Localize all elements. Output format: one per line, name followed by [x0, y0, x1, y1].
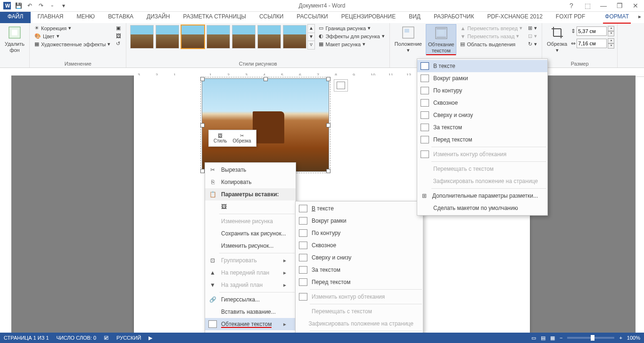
width-input[interactable] — [577, 39, 607, 48]
tab-view[interactable]: ВИД — [402, 10, 427, 23]
tab-menu[interactable]: Меню — [70, 10, 101, 23]
sub-square[interactable]: Вокруг рамки — [296, 215, 423, 227]
style-5[interactable] — [232, 25, 256, 49]
style-2[interactable] — [156, 25, 179, 49]
status-language[interactable]: РУССКИЙ — [116, 335, 141, 341]
tab-expand-icon[interactable]: ▸ — [636, 10, 644, 23]
help-icon[interactable]: ? — [565, 1, 578, 10]
wrap-text-button[interactable]: Обтекание текстом — [426, 24, 456, 55]
sub-inline[interactable]: В тексте — [296, 202, 423, 215]
status-page[interactable]: СТРАНИЦА 1 ИЗ 1 — [4, 335, 49, 341]
close-icon[interactable]: ✕ — [629, 1, 642, 10]
tab-review[interactable]: РЕЦЕНЗИРОВАНИЕ — [335, 10, 402, 23]
height-down[interactable]: ▾ — [608, 31, 614, 36]
word-icon[interactable]: W — [2, 0, 12, 11]
sub-tight[interactable]: По контуру — [296, 227, 423, 239]
change-picture-button[interactable]: 🖼 — [114, 32, 123, 40]
dd-topbottom[interactable]: Сверху и снизу — [417, 109, 547, 121]
mini-crop-button[interactable]: ✂Обрезка — [230, 132, 254, 144]
artistic-effects-button[interactable]: ▦Художественные эффекты ▾ — [33, 40, 112, 48]
tab-insert[interactable]: ВСТАВКА — [101, 10, 140, 23]
layout-options-button[interactable] — [334, 79, 348, 92]
minimize-icon[interactable]: — — [597, 1, 610, 10]
zoom-out-icon[interactable]: − — [560, 335, 562, 341]
color-button[interactable]: 🎨Цвет ▾ — [33, 32, 112, 40]
cm-hyperlink[interactable]: 🔗Гиперссылка... — [205, 293, 296, 306]
undo-icon[interactable]: ↶ — [25, 0, 35, 11]
view-read-icon[interactable]: ▭ — [531, 335, 536, 341]
gallery-down-icon[interactable]: ▾ — [308, 33, 314, 41]
style-gallery[interactable]: ▴ ▾ ▿ — [129, 24, 315, 50]
reset-picture-button[interactable]: ↺ — [114, 40, 123, 48]
align-button[interactable]: ⊞▾ — [526, 24, 539, 32]
sub-behind[interactable]: За текстом — [296, 264, 423, 276]
tab-home[interactable]: ГЛАВНАЯ — [31, 10, 70, 23]
zoom-in-icon[interactable]: + — [619, 335, 622, 341]
mini-style-button[interactable]: 🖼Стиль — [211, 132, 230, 144]
remove-background-button[interactable]: Удалить фон — [3, 24, 26, 54]
picture-effects-button[interactable]: ◐Эффекты для рисунка ▾ — [317, 32, 386, 40]
new-doc-icon[interactable]: ▫ — [47, 0, 58, 11]
save-icon[interactable]: 💾 — [13, 0, 24, 11]
dd-through[interactable]: Сквозное — [417, 97, 547, 109]
status-words[interactable]: ЧИСЛО СЛОВ: 0 — [57, 335, 97, 341]
selection-pane-button[interactable]: ▤Область выделения — [458, 40, 524, 48]
cm-edit-picture[interactable]: Изменить рисунок... — [205, 240, 296, 252]
position-button[interactable]: Положение▾ — [393, 24, 424, 54]
redo-icon[interactable]: ↷ — [36, 0, 46, 11]
sub-topbottom[interactable]: Сверху и снизу — [296, 251, 423, 264]
dd-square[interactable]: Вокруг рамки — [417, 72, 547, 84]
style-1[interactable] — [130, 25, 154, 49]
corrections-button[interactable]: ☀Коррекция ▾ — [33, 24, 112, 32]
tab-layout[interactable]: РАЗМЕТКА СТРАНИЦЫ — [176, 10, 253, 23]
width-up[interactable]: ▴ — [608, 38, 614, 43]
restore-icon[interactable]: ❐ — [613, 1, 626, 10]
status-proofing-icon[interactable]: 🗹 — [104, 335, 109, 341]
cm-cut[interactable]: ✂Вырезать — [205, 164, 296, 176]
tab-pdfx[interactable]: PDF-XChange 2012 — [480, 10, 549, 23]
tab-design[interactable]: ДИЗАЙН — [140, 10, 176, 23]
qat-more-icon[interactable]: ▾ — [58, 0, 69, 11]
bring-forward-button[interactable]: ▲Переместить вперед ▾ — [458, 24, 524, 32]
cm-caption[interactable]: Вставить название... — [205, 306, 296, 318]
send-backward-button[interactable]: ▼Переместить назад ▾ — [458, 32, 524, 40]
rotate-button[interactable]: ↻▾ — [526, 40, 539, 48]
dd-behind[interactable]: За текстом — [417, 121, 547, 134]
style-7[interactable] — [283, 25, 306, 49]
style-6[interactable] — [257, 25, 281, 49]
view-print-icon[interactable]: ▤ — [541, 335, 545, 341]
tab-developer[interactable]: РАЗРАБОТЧИК — [427, 10, 481, 23]
dd-more[interactable]: ⊞Дополнительные параметры разметки... — [417, 190, 547, 202]
crop-button[interactable]: Обрезка▾ — [545, 24, 569, 54]
height-input[interactable] — [577, 26, 607, 36]
group-objects-button[interactable]: ⊡▾ — [526, 32, 539, 40]
width-down[interactable]: ▾ — [608, 43, 614, 49]
zoom-level[interactable]: 100% — [627, 335, 640, 341]
ribbon-options-icon[interactable]: ⬚ — [581, 1, 594, 10]
sub-front[interactable]: Перед текстом — [296, 276, 423, 288]
tab-mail[interactable]: РАССЫЛКИ — [290, 10, 334, 23]
dd-tight[interactable]: По контуру — [417, 84, 547, 97]
style-3[interactable] — [181, 25, 205, 49]
zoom-slider[interactable] — [567, 337, 614, 339]
tab-format[interactable]: ФОРМАТ — [598, 10, 636, 23]
gallery-up-icon[interactable]: ▴ — [308, 25, 314, 33]
dd-inline[interactable]: В тексте — [417, 60, 547, 72]
sub-through[interactable]: Сквозное — [296, 239, 423, 251]
cm-wrap-text[interactable]: Обтекание текстом▸ — [205, 318, 296, 330]
compress-button[interactable]: ▣ — [114, 24, 123, 32]
gallery-more-icon[interactable]: ▿ — [308, 41, 314, 49]
view-web-icon[interactable]: ▦ — [550, 335, 555, 341]
inserted-picture[interactable] — [202, 78, 329, 172]
dd-front[interactable]: Перед текстом — [417, 134, 547, 146]
status-macro-icon[interactable]: ▶ — [149, 335, 152, 341]
dd-default[interactable]: Сделать макетом по умолчанию — [417, 202, 547, 214]
cm-copy[interactable]: ⎘Копировать — [205, 176, 296, 188]
cm-paste-option[interactable]: 🖼 — [205, 201, 296, 213]
height-up[interactable]: ▴ — [608, 26, 614, 31]
cm-save-as-picture[interactable]: Сохранить как рисунок... — [205, 227, 296, 240]
picture-layout-button[interactable]: ▦Макет рисунка ▾ — [317, 40, 386, 48]
picture-border-button[interactable]: ▭Граница рисунка ▾ — [317, 24, 386, 32]
tab-file[interactable]: ФАЙЛ — [0, 10, 31, 23]
tab-references[interactable]: ССЫЛКИ — [253, 10, 290, 23]
